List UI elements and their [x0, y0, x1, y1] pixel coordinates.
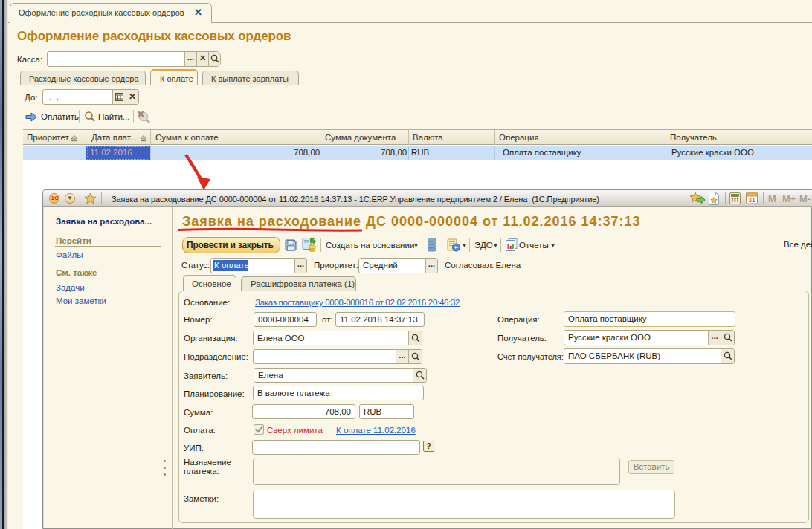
svg-text:31: 31: [748, 196, 755, 204]
